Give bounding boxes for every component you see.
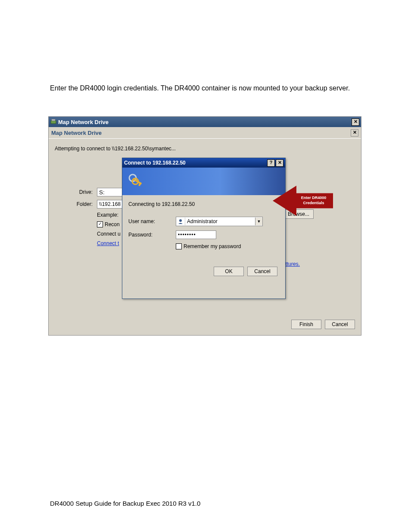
status-text: Attempting to connect to \\192.168.22.50… (55, 146, 355, 152)
folder-label: Folder: (55, 201, 97, 207)
example-label: Example: (97, 212, 118, 218)
ok-button[interactable]: OK (214, 267, 244, 276)
ttures-link[interactable]: ttures. (286, 261, 300, 267)
svg-rect-1 (52, 119, 55, 121)
auth-title: Connect to 192.168.22.50 (124, 160, 186, 166)
connecting-text: Connecting to 192.168.22.50 (128, 201, 279, 207)
outer-window-title: Map Network Drive (58, 119, 109, 125)
svg-point-6 (179, 219, 182, 222)
subheader-title: Map Network Drive (51, 130, 102, 136)
outer-window-titlebar: Map Network Drive ✕ (49, 117, 361, 127)
folder-input[interactable] (97, 200, 125, 208)
svg-rect-0 (51, 121, 56, 124)
password-label: Password: (128, 232, 176, 238)
username-label: User name: (128, 218, 176, 224)
dropdown-arrow-icon[interactable]: ▼ (255, 218, 262, 225)
reconnect-checkbox[interactable]: ✓ (97, 221, 103, 227)
drive-label: Drive: (55, 189, 97, 195)
drive-icon (50, 119, 56, 125)
password-input[interactable] (176, 230, 216, 239)
auth-banner (122, 168, 285, 195)
connect-u-label: Connect u (97, 231, 121, 237)
username-value: Administrator (185, 218, 255, 224)
auth-help-button[interactable]: ? (267, 159, 275, 167)
auth-close-button[interactable]: ✕ (276, 159, 283, 167)
finish-button[interactable]: Finish (291, 320, 321, 329)
browse-button[interactable]: Browse... (283, 209, 314, 219)
outer-close-button[interactable]: ✕ (352, 118, 359, 126)
subheader: Map Network Drive ✕ (49, 127, 361, 139)
auth-dialog: Connect to 192.168.22.50 ? ✕ Connecting … (122, 158, 286, 299)
username-combo[interactable]: Administrator ▼ (176, 217, 263, 226)
intro-text: Enter the DR4000 login credentials. The … (50, 84, 369, 92)
auth-titlebar: Connect to 192.168.22.50 ? ✕ (122, 158, 285, 168)
outer-cancel-button[interactable]: Cancel (325, 320, 355, 329)
screenshot-area: Map Network Drive ✕ Map Network Drive ✕ … (48, 116, 361, 336)
subheader-close-button[interactable]: ✕ (351, 129, 358, 137)
remember-checkbox[interactable] (176, 243, 182, 249)
footer-text: DR4000 Setup Guide for Backup Exec 2010 … (50, 500, 200, 507)
keys-icon (127, 171, 146, 192)
connect-t-link[interactable]: Connect t (97, 240, 119, 246)
auth-cancel-button[interactable]: Cancel (247, 267, 277, 276)
reconnect-label: Recon (105, 221, 120, 227)
user-icon (176, 218, 185, 225)
remember-label: Remember my password (184, 243, 241, 249)
